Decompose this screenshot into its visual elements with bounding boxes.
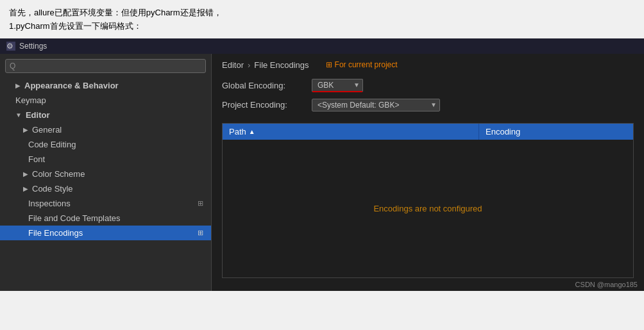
project-encoding-select[interactable]: <System Default: GBK> ▼ [312,99,440,111]
empty-message: Encodings are not configured [373,204,482,213]
sidebar-item-code-style[interactable]: ▶ Code Style [0,181,211,196]
dropdown-arrow-icon: ▼ [430,101,437,108]
arrow-right-icon: ▶ [15,82,21,89]
dropdown-arrow-icon: ▼ [353,81,360,88]
project-encoding-label: Project Encoding: [222,100,305,110]
sidebar-item-general[interactable]: ▶ General [0,122,211,137]
sidebar-item-file-encodings[interactable]: File Encodings ⊞ [0,226,211,240]
sidebar-item-label: Code Editing [28,140,76,149]
search-input[interactable] [18,62,201,70]
arrow-down-icon: ▼ [15,111,22,119]
col-encoding-label: Encoding [486,127,520,136]
copy-icon: ⊞ [198,199,203,208]
window-titlebar: ⚙ Settings [0,38,644,54]
table-body: Encodings are not configured [223,140,633,277]
encoding-form: Global Encoding: GBK ▼ Project Encoding:… [212,74,644,123]
project-encoding-row: Project Encoding: <System Default: GBK> … [222,99,634,111]
breadcrumb-current: File Encodings [254,60,309,70]
sidebar-item-label: File and Code Templates [28,213,121,223]
sidebar-item-code-editing[interactable]: Code Editing [0,137,211,152]
sidebar-item-editor[interactable]: ▼ Editor [0,108,211,122]
sidebar-item-label: Code Style [32,184,73,194]
sort-arrow-icon: ▲ [249,128,255,135]
breadcrumb: Editor › File Encodings ⊞ For current pr… [212,54,644,74]
arrow-right-icon: ▶ [23,170,28,177]
global-encoding-label: Global Encoding: [222,81,305,90]
sidebar-item-label: Color Scheme [32,169,85,179]
settings-panel: Q ▶ Appearance & Behavior Keymap ▼ Edito… [0,54,644,291]
sidebar-item-label: General [32,125,62,135]
encoding-table: Path ▲ Encoding Encodings are not config… [222,123,634,278]
project-encoding-value: <System Default: GBK> [318,101,399,110]
watermark: CSDN @mango185 [212,278,644,291]
top-annotation: 首先，allure已配置环境变量：但使用pyCharm还是报错， 1.pyCha… [0,0,644,38]
copy-icon: ⊞ [198,229,203,237]
sidebar-item-keymap[interactable]: Keymap [0,93,211,108]
sidebar-item-label: Font [28,154,45,164]
for-current-project-link[interactable]: For current project [335,60,398,69]
global-encoding-select[interactable]: GBK ▼ [312,79,363,92]
sidebar-item-inspections[interactable]: Inspections ⊞ [0,196,211,211]
sidebar-item-label: File Encodings [28,228,83,238]
global-encoding-row: Global Encoding: GBK ▼ [222,79,634,92]
sidebar-item-label: Editor [26,110,50,120]
window-title: Settings [19,42,47,51]
window-icon: ⚙ [6,42,15,51]
watermark-text: CSDN @mango185 [575,281,638,288]
table-header: Path ▲ Encoding [223,124,633,140]
breadcrumb-separator: › [248,60,250,70]
breadcrumb-parent: Editor [222,60,244,70]
arrow-right-icon: ▶ [23,126,28,133]
col-path-header[interactable]: Path ▲ [223,124,479,140]
search-icon: Q [10,62,15,70]
project-icon: ⊞ [326,60,332,69]
global-encoding-value: GBK [318,81,334,90]
sidebar-item-label: Inspections [28,199,71,208]
arrow-right-icon: ▶ [23,185,28,192]
sidebar-item-file-code-templates[interactable]: File and Code Templates [0,211,211,226]
annotation-line1: 首先，allure已配置环境变量：但使用pyCharm还是报错， [9,6,635,20]
col-path-label: Path [229,127,246,136]
sidebar-item-appearance[interactable]: ▶ Appearance & Behavior [0,78,211,93]
search-box[interactable]: Q [5,59,206,73]
annotation-line2: 1.pyCharm首先设置一下编码格式： [9,20,635,33]
settings-sidebar: Q ▶ Appearance & Behavior Keymap ▼ Edito… [0,54,212,291]
settings-content: Editor › File Encodings ⊞ For current pr… [212,54,644,291]
sidebar-item-color-scheme[interactable]: ▶ Color Scheme [0,167,211,181]
sidebar-item-font[interactable]: Font [0,152,211,167]
sidebar-item-label: Appearance & Behavior [24,81,119,90]
sidebar-item-label: Keymap [15,95,46,105]
col-encoding-header[interactable]: Encoding [479,124,633,140]
